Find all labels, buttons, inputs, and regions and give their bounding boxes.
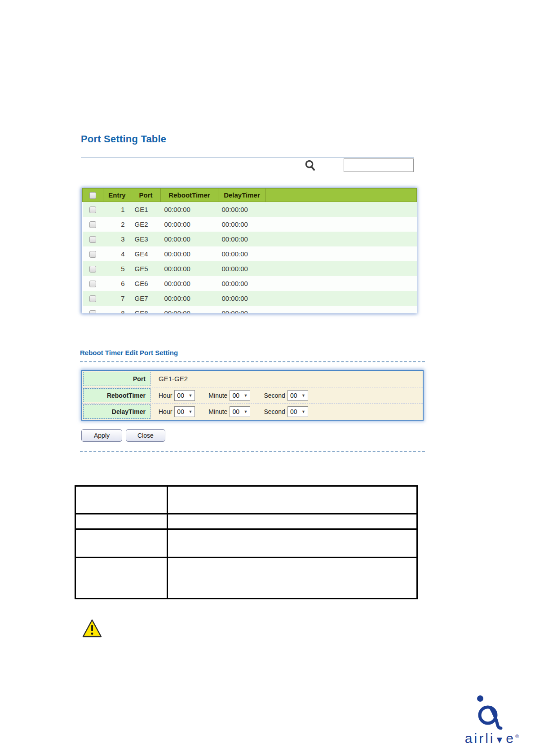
logo-v-triangle-icon: ▼ [495, 734, 506, 745]
port-value: GE1-GE2 [151, 371, 423, 387]
table-row: 6 GE6 00:00:00 00:00:00 [83, 276, 417, 291]
registered-mark: ® [515, 734, 519, 739]
column-header-blank [266, 189, 417, 202]
title-divider [81, 157, 414, 158]
column-header-entry: Entry [103, 189, 131, 202]
reboot-timer-row: RebootTimer Hour 00▼ Minute 00▼ Second 0… [82, 387, 423, 404]
row-reboot-timer: 00:00:00 [161, 202, 218, 217]
chevron-down-icon: ▼ [301, 409, 305, 414]
chevron-down-icon: ▼ [188, 409, 192, 414]
row-delay-timer: 00:00:00 [218, 276, 266, 291]
select-all-header-cell [83, 189, 103, 202]
row-blank [266, 232, 417, 246]
table-row: 8 GE8 00:00:00 00:00:00 [83, 306, 417, 314]
reboot-second-label: Second [264, 392, 285, 399]
port-table-header-row: Entry Port RebootTimer DelayTimer [83, 189, 417, 202]
row-delay-timer: 00:00:00 [218, 291, 266, 306]
search-icon [304, 159, 316, 171]
row-checkbox[interactable] [89, 295, 96, 302]
table-row: 4 GE4 00:00:00 00:00:00 [83, 246, 417, 261]
row-checkbox[interactable] [89, 251, 96, 258]
delay-timer-label: DelayTimer [83, 404, 150, 419]
row-blank [266, 306, 417, 314]
row-port: GE3 [131, 232, 161, 246]
port-label: Port [83, 372, 150, 386]
reboot-hour-label: Hour [159, 392, 172, 399]
chevron-down-icon: ▼ [243, 393, 248, 398]
port-setting-table-title: Port Setting Table [81, 133, 166, 145]
delay-hour-select[interactable]: 00▼ [174, 406, 195, 417]
delay-hour-label: Hour [159, 408, 172, 415]
table-row: 3 GE3 00:00:00 00:00:00 [83, 232, 417, 246]
row-entry: 4 [103, 246, 131, 261]
row-entry: 5 [103, 261, 131, 276]
table-row: 5 GE5 00:00:00 00:00:00 [83, 261, 417, 276]
port-setting-table: Entry Port RebootTimer DelayTimer 1 GE1 … [82, 188, 417, 313]
table-row [75, 514, 417, 529]
row-port: GE7 [131, 291, 161, 306]
warning-triangle-icon [82, 619, 102, 638]
delay-minute-label: Minute [208, 408, 227, 415]
row-checkbox[interactable] [89, 281, 96, 287]
row-entry: 3 [103, 232, 131, 246]
row-entry: 1 [103, 202, 131, 217]
row-port: GE6 [131, 276, 161, 291]
column-header-delaytimer: DelayTimer [218, 189, 266, 202]
row-reboot-timer: 00:00:00 [161, 276, 218, 291]
row-blank [266, 246, 417, 261]
reboot-timer-label: RebootTimer [83, 388, 150, 403]
delay-timer-row: DelayTimer Hour 00▼ Minute 00▼ Second 00… [82, 404, 423, 420]
row-reboot-timer: 00:00:00 [161, 306, 218, 314]
row-blank [266, 217, 417, 232]
row-port: GE5 [131, 261, 161, 276]
close-button[interactable]: Close [126, 429, 165, 442]
row-reboot-timer: 00:00:00 [161, 232, 218, 246]
table-row: 2 GE2 00:00:00 00:00:00 [83, 217, 417, 232]
row-port: GE8 [131, 306, 161, 314]
row-delay-timer: 00:00:00 [218, 217, 266, 232]
chevron-down-icon: ▼ [188, 393, 192, 398]
reboot-minute-select[interactable]: 00▼ [230, 390, 250, 401]
chevron-down-icon: ▼ [243, 409, 248, 414]
reboot-second-select[interactable]: 00▼ [287, 390, 308, 401]
row-port: GE1 [131, 202, 161, 217]
airlive-logo-mark-icon [469, 691, 514, 732]
row-blank [266, 276, 417, 291]
row-port: GE2 [131, 217, 161, 232]
row-checkbox[interactable] [89, 310, 96, 313]
table-row [75, 486, 417, 514]
delay-second-select[interactable]: 00▼ [287, 406, 308, 417]
reboot-hour-select[interactable]: 00▼ [174, 390, 195, 401]
table-row [75, 558, 417, 599]
row-reboot-timer: 00:00:00 [161, 217, 218, 232]
dashed-divider-top [80, 361, 425, 362]
row-checkbox[interactable] [89, 236, 96, 243]
column-header-reboottimer: RebootTimer [161, 189, 218, 202]
manual-page: Port Setting Table Entry Port RebootTime… [0, 0, 535, 756]
apply-button[interactable]: Apply [81, 429, 122, 442]
row-entry: 8 [103, 306, 131, 314]
search-input[interactable] [344, 158, 414, 172]
airlive-logo: airli▼e® [451, 691, 532, 752]
select-all-checkbox[interactable] [89, 192, 96, 199]
row-entry: 2 [103, 217, 131, 232]
description-table [75, 485, 418, 599]
row-blank [266, 202, 417, 217]
reboot-timer-edit-panel: Port GE1-GE2 RebootTimer Hour 00▼ Minute… [81, 370, 424, 421]
row-entry: 7 [103, 291, 131, 306]
row-port: GE4 [131, 246, 161, 261]
airlive-logo-text: airli▼e® [451, 731, 532, 746]
column-header-port: Port [131, 189, 161, 202]
row-checkbox[interactable] [89, 266, 96, 273]
row-blank [266, 261, 417, 276]
port-table-body: 1 GE1 00:00:00 00:00:00 2 GE2 00:00:00 0… [83, 202, 417, 314]
row-checkbox[interactable] [89, 221, 96, 228]
reboot-timer-edit-title: Reboot Timer Edit Port Setting [80, 349, 178, 356]
table-row: 1 GE1 00:00:00 00:00:00 [83, 202, 417, 217]
row-delay-timer: 00:00:00 [218, 261, 266, 276]
row-delay-timer: 00:00:00 [218, 306, 266, 314]
row-checkbox[interactable] [89, 207, 96, 213]
delay-minute-select[interactable]: 00▼ [230, 406, 250, 417]
delay-second-label: Second [264, 408, 285, 415]
row-reboot-timer: 00:00:00 [161, 291, 218, 306]
